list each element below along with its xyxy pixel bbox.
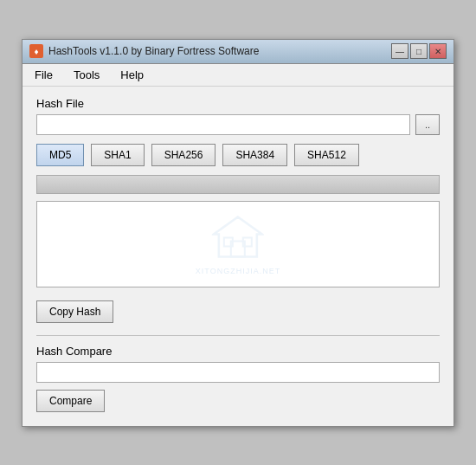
file-input[interactable] — [36, 114, 410, 135]
close-button[interactable]: ✕ — [429, 43, 447, 59]
hash-compare-label: Hash Compare — [36, 345, 440, 358]
compare-button[interactable]: Compare — [36, 390, 105, 412]
sha1-button[interactable]: SHA1 — [91, 144, 144, 166]
menu-tools[interactable]: Tools — [68, 67, 105, 83]
app-icon: ♦ — [29, 44, 43, 58]
menu-file[interactable]: File — [29, 67, 58, 83]
content-area: Hash File .. MD5 SHA1 SHA256 SHA384 SHA5… — [23, 87, 453, 426]
hash-file-label: Hash File — [36, 97, 440, 110]
divider — [36, 335, 440, 336]
hash-algorithm-buttons: MD5 SHA1 SHA256 SHA384 SHA512 — [36, 144, 440, 166]
sha256-button[interactable]: SHA256 — [151, 144, 216, 166]
maximize-button[interactable]: □ — [410, 43, 428, 59]
sha512-button[interactable]: SHA512 — [294, 144, 359, 166]
menu-help[interactable]: Help — [115, 67, 149, 83]
title-bar: ♦ HashTools v1.1.0 by Binary Fortress So… — [23, 40, 453, 64]
compare-input[interactable] — [36, 362, 440, 383]
result-textarea[interactable] — [36, 201, 440, 287]
title-bar-left: ♦ HashTools v1.1.0 by Binary Fortress So… — [29, 44, 259, 58]
title-buttons: — □ ✕ — [391, 43, 447, 59]
progress-bar — [36, 175, 440, 194]
file-row: .. — [36, 114, 440, 135]
sha384-button[interactable]: SHA384 — [222, 144, 287, 166]
window-title: HashTools v1.1.0 by Binary Fortress Soft… — [48, 45, 259, 57]
browse-button[interactable]: .. — [415, 114, 440, 135]
main-window: ♦ HashTools v1.1.0 by Binary Fortress So… — [22, 39, 454, 427]
minimize-button[interactable]: — — [391, 43, 408, 59]
md5-button[interactable]: MD5 — [36, 144, 84, 166]
menu-bar: File Tools Help — [23, 64, 453, 87]
copy-hash-button[interactable]: Copy Hash — [36, 300, 113, 323]
result-area-container: XITONGZHIJIA.NET — [36, 201, 440, 290]
